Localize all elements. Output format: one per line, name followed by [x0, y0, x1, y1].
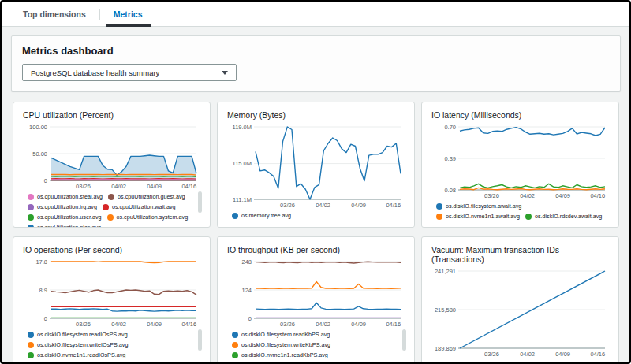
chart-plot-memory[interactable]: 119.0M115.0M111.1M03/2604/0204/0904/16 [226, 124, 406, 209]
legend-swatch-icon [232, 342, 238, 348]
chart-title: CPU utilization (Percent) [21, 109, 202, 124]
chart-card-cpu-utilization: CPU utilization (Percent) 100.0050.00003… [13, 102, 211, 228]
legend-item[interactable]: os.cpuUtilization.irq.avg [28, 203, 97, 210]
legend-item[interactable]: os.cpuUtilization.system.avg [107, 214, 189, 221]
chart-title: IO latency (Milliseconds) [430, 109, 610, 124]
legend-label: os.diskIO.filesystem.await.avg [446, 202, 521, 210]
dropdown-caret-icon [222, 71, 228, 75]
legend-item[interactable]: os.cpuUtilization.wait.avg [103, 203, 176, 210]
dashboard-select[interactable]: PostgreSQL database health summary [22, 64, 237, 81]
chart-plot-io-operations[interactable]: 17.88.9003/2604/0204/0904/16 [21, 258, 202, 328]
chart-title: Vacuum: Maximum transaction IDs (Transac… [430, 243, 610, 268]
tab-divider [99, 9, 100, 20]
x-tick-label: 04/02 [520, 351, 535, 358]
y-tick-label: 0.08 [444, 187, 456, 194]
series-line [460, 184, 605, 188]
legend-label: os.cpuUtilization.nice.avg [37, 224, 101, 228]
legend-item[interactable]: os.cpuUtilization.user.avg [28, 214, 102, 221]
legend-label: os.diskIO.nvme1n1.readIOsPS.avg [37, 351, 125, 358]
chart-title: Memory (Bytes) [226, 109, 406, 124]
legend-item[interactable]: os.diskIO.filesystem.writeIOsPS.avg [28, 341, 128, 348]
y-tick-label: 248 [241, 258, 252, 266]
tab-top-dimensions-label: Top dimensions [23, 9, 86, 19]
x-tick-label: 03/26 [76, 183, 91, 190]
legend-item[interactable]: os.diskIO.filesystem.await.avg [436, 202, 521, 210]
legend-item[interactable]: os.diskIO.filesystem.readKbPS.avg [232, 331, 330, 338]
legend-swatch-icon [525, 214, 532, 220]
legend-label: db.Transactions.max_used_xact_ids.avg [446, 361, 548, 364]
legend-label: os.diskIO.filesystem.readIOsPS.avg [37, 331, 128, 338]
legend-swatch-icon [28, 214, 34, 221]
series-line [51, 174, 196, 175]
legend-item[interactable]: os.diskIO.nvme1n1.readKbPS.avg [232, 351, 328, 358]
chart-plot-io-latency[interactable]: 0.700.390.0803/2604/0204/0904/16 [430, 124, 610, 199]
y-tick-label: 100.00 [29, 124, 47, 131]
x-tick-label: 04/16 [590, 192, 605, 199]
y-tick-label: 0 [44, 315, 47, 322]
y-tick-label: 8.9 [39, 287, 47, 294]
legend-swatch-icon [28, 204, 34, 210]
legend-swatch-icon [436, 214, 442, 220]
legend-item[interactable]: os.cpuUtilization.steal.avg [28, 193, 103, 200]
x-tick-label: 04/02 [111, 183, 126, 190]
legend-item[interactable]: os.diskIO.filesystem.readIOsPS.avg [28, 331, 128, 338]
legend-scrollbar-thumb[interactable] [198, 191, 202, 213]
x-tick-label: 03/26 [280, 202, 295, 209]
x-tick-label: 04/09 [147, 183, 162, 190]
legend-swatch-icon [28, 352, 34, 358]
y-tick-label: 241,291 [435, 268, 456, 275]
legend-swatch-icon [107, 214, 114, 221]
chart-card-memory: Memory (Bytes) 119.0M115.0M111.1M03/2604… [217, 102, 415, 228]
series-line [51, 290, 196, 295]
tab-top-dimensions[interactable]: Top dimensions [21, 3, 88, 25]
chart-title: IO operations (Per second) [21, 243, 202, 258]
legend-swatch-icon [28, 194, 34, 200]
chart-card-io-throughput: IO throughput (KB per second) 248124003/… [217, 236, 415, 364]
x-tick-label: 04/16 [386, 321, 401, 328]
series-line [256, 303, 401, 309]
x-tick-label: 04/09 [147, 321, 162, 328]
series-line [51, 309, 196, 311]
legend-item[interactable]: os.diskIO.rdsdev.await.avg [525, 213, 602, 220]
legend-scrollbar-thumb[interactable] [402, 329, 406, 351]
legend-label: os.cpuUtilization.wait.avg [112, 203, 176, 210]
y-tick-label: 0 [248, 315, 252, 322]
legend-label: os.cpuUtilization.user.avg [37, 214, 102, 221]
x-tick-label: 04/16 [181, 321, 196, 328]
series-line [51, 262, 196, 263]
tab-metrics[interactable]: Metrics [112, 3, 144, 25]
legend-item[interactable]: os.diskIO.filesystem.writeKbPS.avg [232, 341, 330, 348]
chart-plot-cpu-utilization[interactable]: 100.0050.00003/2604/0204/0904/16 [21, 124, 202, 190]
chart-card-vacuum-max-transaction-ids: Vacuum: Maximum transaction IDs (Transac… [421, 236, 619, 364]
series-line [51, 179, 196, 180]
legend-label: os.cpuUtilization.system.avg [117, 214, 189, 221]
x-tick-label: 04/09 [351, 202, 366, 209]
y-tick-label: 0.39 [444, 155, 456, 162]
chart-legend: db.Transactions.max_used_xact_ids.avg [430, 358, 610, 364]
legend-swatch-icon [103, 204, 109, 210]
y-tick-label: 119.0M [233, 124, 252, 131]
chart-plot-vacuum[interactable]: 241,291215,580189,86903/2604/0204/0904/1… [430, 268, 610, 358]
legend-scrollbar-thumb[interactable] [198, 329, 202, 351]
chart-plot-io-throughput[interactable]: 248124003/2604/0204/0904/16 [226, 258, 406, 328]
chart-legend: os.memory.free.avg [226, 209, 406, 219]
legend-item[interactable]: os.cpuUtilization.nice.avg [28, 224, 101, 228]
legend-item[interactable]: db.Transactions.max_used_xact_ids.avg [436, 361, 548, 364]
legend-label: os.diskIO.nvme1n1.readKbPS.avg [241, 351, 328, 358]
legend-swatch-icon [436, 362, 442, 364]
y-tick-label: 0.70 [444, 124, 456, 131]
x-tick-label: 04/09 [555, 192, 570, 199]
legend-item[interactable]: os.diskIO.nvme1n1.await.avg [436, 213, 520, 220]
x-tick-label: 03/26 [280, 321, 295, 328]
legend-swatch-icon [108, 194, 114, 200]
legend-item[interactable]: os.memory.free.avg [232, 212, 291, 219]
legend-item[interactable]: os.cpuUtilization.guest.avg [108, 193, 185, 200]
y-tick-label: 50.00 [32, 150, 47, 158]
legend-swatch-icon [232, 352, 238, 358]
y-tick-label: 215,580 [435, 306, 456, 314]
y-tick-label: 0 [44, 177, 47, 184]
legend-swatch-icon [436, 203, 442, 210]
series-line [256, 262, 401, 263]
legend-item[interactable]: os.diskIO.nvme1n1.readIOsPS.avg [28, 351, 125, 358]
x-tick-label: 03/26 [484, 351, 499, 358]
